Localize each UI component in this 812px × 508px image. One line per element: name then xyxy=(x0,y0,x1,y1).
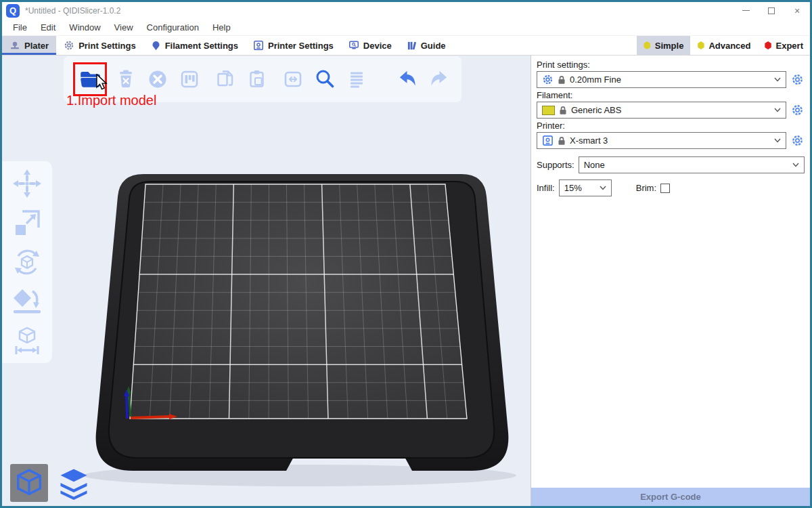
split-button[interactable] xyxy=(280,66,306,92)
lock-icon xyxy=(559,106,567,115)
3d-editor-cube-icon xyxy=(13,467,45,499)
search-icon xyxy=(313,68,336,91)
supports-value: None xyxy=(584,160,788,170)
filament-gear-button[interactable] xyxy=(790,103,805,118)
split-icon xyxy=(281,68,304,91)
simple-mode-dot-icon xyxy=(644,41,651,49)
scale-tool-button[interactable] xyxy=(12,207,43,238)
copy-button[interactable] xyxy=(212,66,238,92)
layers-list-button[interactable] xyxy=(344,66,369,92)
title-bar: Q *Untitled - QIDISlicer-1.0.2 × xyxy=(2,2,810,19)
arrange-icon xyxy=(178,68,201,91)
gear-icon xyxy=(791,73,804,86)
filament-dropdown[interactable]: Generic ABS xyxy=(537,102,786,119)
menu-edit[interactable]: Edit xyxy=(34,22,62,33)
place-on-face-tool-button[interactable] xyxy=(12,286,43,317)
menu-file[interactable]: File xyxy=(6,22,34,33)
move-tool-button[interactable] xyxy=(12,168,43,199)
mode-advanced-button[interactable]: Advanced xyxy=(690,36,757,55)
tab-spacer xyxy=(453,36,637,55)
settings-panel: Print settings: 0.20mm Fine Filament: Ge… xyxy=(531,56,810,506)
close-icon: × xyxy=(794,6,800,16)
redo-button[interactable] xyxy=(426,66,452,92)
lock-icon xyxy=(558,136,566,146)
printer-gear-button[interactable] xyxy=(790,133,805,148)
tab-label: Print Settings xyxy=(78,41,136,51)
layers-list-icon xyxy=(345,68,368,91)
printer-icon xyxy=(253,40,264,51)
rotate-tool-button[interactable] xyxy=(12,247,43,278)
infill-value: 15% xyxy=(564,183,595,193)
mode-label: Simple xyxy=(655,41,684,51)
tab-plater[interactable]: Plater xyxy=(2,36,56,55)
main-area: 1.Import model xyxy=(2,56,810,506)
filament-row: Generic ABS xyxy=(537,102,805,119)
scale-icon xyxy=(12,207,43,238)
brim-checkbox[interactable] xyxy=(660,184,670,193)
gear-icon xyxy=(542,74,554,85)
tab-label: Filament Settings xyxy=(165,41,238,51)
print-settings-gear-button[interactable] xyxy=(790,72,805,87)
minimize-button[interactable] xyxy=(733,2,759,19)
undo-button[interactable] xyxy=(394,66,420,92)
preview-layers-icon xyxy=(56,465,91,501)
mode-simple-button[interactable]: Simple xyxy=(637,36,691,55)
3d-editor-view-button[interactable] xyxy=(10,464,48,502)
gear-icon xyxy=(64,40,74,51)
guide-icon xyxy=(407,41,417,51)
device-icon xyxy=(348,40,359,51)
close-button[interactable]: × xyxy=(784,2,810,19)
app-window: Q *Untitled - QIDISlicer-1.0.2 × File Ed… xyxy=(0,0,812,508)
gear-icon xyxy=(791,134,804,147)
export-gcode-button[interactable]: Export G-code xyxy=(531,488,810,506)
mode-expert-button[interactable]: Expert xyxy=(758,36,810,55)
arrange-button[interactable] xyxy=(177,66,202,92)
delete-all-icon xyxy=(146,68,169,91)
chevron-down-icon xyxy=(600,186,606,190)
tab-guide[interactable]: Guide xyxy=(399,36,453,55)
tab-label: Plater xyxy=(24,41,49,51)
view-toggle xyxy=(10,464,93,502)
window-controls: × xyxy=(733,2,810,19)
filament-icon xyxy=(151,41,161,51)
tab-label: Guide xyxy=(421,41,446,51)
menu-help[interactable]: Help xyxy=(206,22,238,33)
supports-label: Supports: xyxy=(537,160,574,170)
infill-dropdown[interactable]: 15% xyxy=(559,179,612,196)
infill-row: Infill: 15% Brim: xyxy=(537,179,805,196)
redo-icon xyxy=(427,67,451,91)
chevron-down-icon xyxy=(774,108,781,112)
3d-viewport[interactable]: 1.Import model xyxy=(2,56,531,506)
build-plate xyxy=(2,56,531,506)
supports-dropdown[interactable]: None xyxy=(579,156,805,173)
menu-configuration[interactable]: Configuration xyxy=(140,22,206,33)
brim-label: Brim: xyxy=(636,183,656,193)
search-button[interactable] xyxy=(312,66,338,92)
paste-button[interactable] xyxy=(244,66,270,92)
preview-button[interactable] xyxy=(55,464,93,502)
delete-button[interactable] xyxy=(113,66,139,92)
maximize-icon xyxy=(768,7,775,14)
tab-print-settings[interactable]: Print Settings xyxy=(56,36,143,55)
tab-device[interactable]: Device xyxy=(341,36,399,55)
tab-label: Printer Settings xyxy=(268,41,334,51)
measure-tool-button[interactable] xyxy=(12,325,43,356)
tab-filament-settings[interactable]: Filament Settings xyxy=(143,36,246,55)
supports-row: Supports: None xyxy=(537,156,805,173)
tab-printer-settings[interactable]: Printer Settings xyxy=(246,36,341,55)
undo-icon xyxy=(395,67,420,91)
lock-icon xyxy=(558,75,566,85)
maximize-button[interactable] xyxy=(759,2,784,19)
delete-all-button[interactable] xyxy=(145,66,171,92)
printer-dropdown[interactable]: X-smart 3 xyxy=(537,132,786,149)
print-settings-dropdown[interactable]: 0.20mm Fine xyxy=(537,71,786,88)
printer-row: X-smart 3 xyxy=(537,132,805,149)
delete-icon xyxy=(114,68,137,91)
menu-window[interactable]: Window xyxy=(62,22,107,33)
filament-value: Generic ABS xyxy=(571,105,770,115)
menu-view[interactable]: View xyxy=(108,22,140,33)
rotate-icon xyxy=(12,247,43,278)
app-logo-icon: Q xyxy=(6,4,20,18)
plater-icon xyxy=(9,40,20,51)
print-settings-row: 0.20mm Fine xyxy=(537,71,805,88)
